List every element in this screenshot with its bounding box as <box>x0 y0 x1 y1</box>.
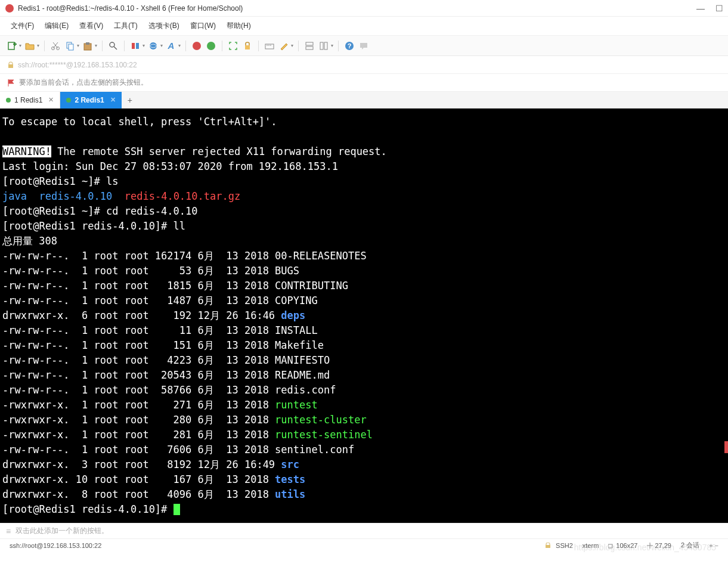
addressbar[interactable]: ssh://root:******@192.168.153.100:22 <box>0 56 728 74</box>
close-icon[interactable]: ✕ <box>110 96 116 104</box>
svg-line-13 <box>114 47 117 49</box>
add-tab-button[interactable]: + <box>122 95 138 105</box>
dropdown-icon[interactable]: ▾ <box>95 43 97 48</box>
dropdown-icon[interactable]: ▾ <box>160 43 163 48</box>
tile-h-icon[interactable] <box>303 40 315 52</box>
tabbar: 1 Redis1 ✕ 2 Redis1 ✕ + <box>0 92 728 109</box>
menu-icon[interactable]: ≡ <box>6 526 11 536</box>
svg-rect-26 <box>320 42 323 49</box>
address-text: ssh://root:******@192.168.153.100:22 <box>18 61 137 69</box>
dropdown-icon[interactable]: ▾ <box>37 43 39 48</box>
helpbar: 要添加当前会话，点击左侧的箭头按钮。 <box>0 74 728 92</box>
svg-rect-32 <box>608 544 612 548</box>
xshell-icon[interactable] <box>191 40 203 52</box>
menu-window[interactable]: 窗口(W) <box>185 19 221 33</box>
copy-icon[interactable] <box>64 40 76 52</box>
xftp-icon[interactable] <box>205 40 217 52</box>
find-icon[interactable] <box>107 40 119 52</box>
keyboard-icon[interactable] <box>264 40 275 52</box>
status-size: 106x27 <box>616 542 637 549</box>
status-term: xterm <box>578 542 604 549</box>
menu-help[interactable]: 帮助(H) <box>222 19 256 33</box>
svg-rect-31 <box>546 545 550 548</box>
terminal[interactable]: To escape to local shell, press 'Ctrl+Al… <box>0 109 728 523</box>
chat-icon[interactable] <box>358 40 370 52</box>
menu-tools[interactable]: 工具(T) <box>109 19 142 33</box>
minimize-button[interactable]: — <box>696 4 705 13</box>
dropdown-icon[interactable]: ▾ <box>77 43 79 48</box>
connect-icon[interactable] <box>129 40 141 52</box>
svg-point-12 <box>110 42 114 47</box>
menu-file[interactable]: 文件(F) <box>6 19 39 33</box>
status-sessions: 2 会话 <box>676 541 704 550</box>
svg-point-0 <box>5 4 14 13</box>
svg-rect-11 <box>86 42 89 45</box>
dropdown-icon[interactable]: ▾ <box>291 43 293 48</box>
statusbar: ssh://root@192.168.153.100:22 SSH2 xterm… <box>0 538 728 552</box>
menu-view[interactable]: 查看(V) <box>75 19 108 33</box>
status-pos: 27,29 <box>655 542 671 549</box>
help-icon[interactable]: ? <box>343 40 355 52</box>
dropdown-icon[interactable]: ▾ <box>19 43 21 48</box>
tab-redis1-1[interactable]: 1 Redis1 ✕ <box>0 92 60 109</box>
svg-rect-19 <box>245 45 250 49</box>
dropdown-icon[interactable]: ▾ <box>142 43 145 48</box>
svg-rect-15 <box>136 43 139 49</box>
dropdown-icon[interactable]: ▾ <box>178 43 181 48</box>
menu-tabs[interactable]: 选项卡(B) <box>144 19 184 33</box>
menubar: 文件(F) 编辑(E) 查看(V) 工具(T) 选项卡(B) 窗口(W) 帮助(… <box>0 17 728 36</box>
flag-icon <box>7 79 16 87</box>
size-icon <box>608 543 614 549</box>
lock-icon <box>545 543 551 549</box>
svg-rect-9 <box>69 44 73 50</box>
plus-icon[interactable]: + <box>709 542 712 549</box>
svg-rect-24 <box>306 42 313 45</box>
cut-icon[interactable] <box>49 40 61 52</box>
helpbar-text: 要添加当前会话，点击左侧的箭头按钮。 <box>19 78 148 88</box>
close-icon[interactable]: ✕ <box>48 96 54 104</box>
svg-rect-25 <box>306 47 313 49</box>
globe-icon[interactable] <box>147 40 159 52</box>
status-conn: ssh://root@192.168.153.100:22 <box>5 542 106 549</box>
toolbar: ▾ ▾ ▾ ▾ ▾ ▾ A ▾ ▾ ▾ ? <box>0 36 728 56</box>
status-proto: SSH2 <box>551 542 578 549</box>
status-dot-icon <box>66 98 71 103</box>
titlebar: Redis1 - root@Redis1:~/redis-4.0.10 - Xs… <box>0 0 728 17</box>
svg-point-16 <box>150 42 157 49</box>
open-icon[interactable] <box>24 40 36 52</box>
svg-text:?: ? <box>348 42 352 49</box>
dropdown-icon[interactable]: ▾ <box>331 43 333 48</box>
tile-v-icon[interactable] <box>318 40 330 52</box>
bottombar-hint: 双击此处添加一个新的按钮。 <box>16 526 109 536</box>
window-title: Redis1 - root@Redis1:~/redis-4.0.10 - Xs… <box>18 4 696 13</box>
svg-point-17 <box>193 42 201 50</box>
svg-rect-14 <box>132 43 135 49</box>
svg-rect-30 <box>8 64 13 68</box>
font-icon[interactable]: A <box>165 40 177 52</box>
tab-label: 2 Redis1 <box>75 96 104 104</box>
lock-icon[interactable] <box>241 40 253 52</box>
svg-rect-20 <box>265 44 274 49</box>
status-dot-icon <box>6 98 11 103</box>
minus-icon[interactable]: − <box>715 542 718 549</box>
tab-redis1-2[interactable]: 2 Redis1 ✕ <box>60 92 121 109</box>
highlight-icon[interactable] <box>278 40 290 52</box>
menu-edit[interactable]: 编辑(E) <box>40 19 73 33</box>
scroll-indicator <box>724 441 728 453</box>
paste-icon[interactable] <box>82 40 94 52</box>
new-session-icon[interactable] <box>6 40 18 52</box>
pos-icon <box>647 543 653 549</box>
app-icon <box>5 4 14 13</box>
tab-label: 1 Redis1 <box>14 96 42 104</box>
svg-point-18 <box>207 42 215 50</box>
lock-icon <box>7 61 14 69</box>
svg-rect-27 <box>324 42 327 49</box>
bottombar[interactable]: ≡ 双击此处添加一个新的按钮。 <box>0 523 728 538</box>
svg-rect-1 <box>8 42 14 49</box>
maximize-button[interactable]: ☐ <box>715 4 723 13</box>
fullscreen-icon[interactable] <box>227 40 239 52</box>
